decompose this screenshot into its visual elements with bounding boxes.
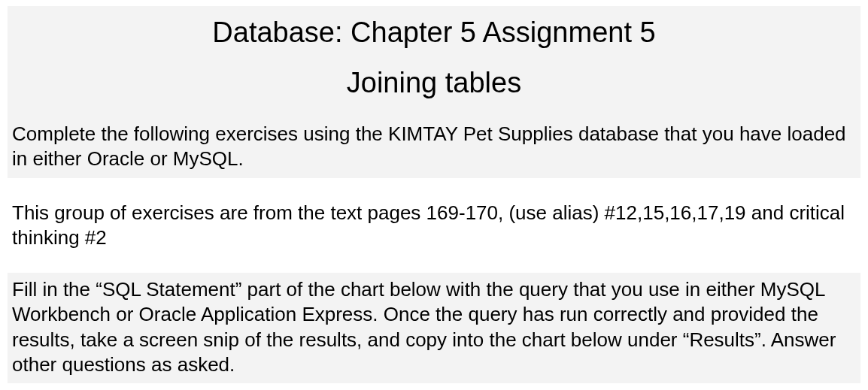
page-subtitle: Joining tables [12,62,856,113]
intro-block: Complete the following exercises using t… [8,117,860,178]
page-title: Database: Chapter 5 Assignment 5 [12,9,856,62]
paragraph-exercises: This group of exercises are from the tex… [8,199,860,252]
spacer [8,178,860,199]
paragraph-intro: Complete the following exercises using t… [12,120,856,174]
header-block: Database: Chapter 5 Assignment 5 Joining… [8,6,860,117]
document-page: Database: Chapter 5 Assignment 5 Joining… [0,0,868,389]
paragraph-instructions: Fill in the “SQL Statement” part of the … [12,276,856,379]
instructions-block: Fill in the “SQL Statement” part of the … [8,273,860,383]
spacer [8,252,860,273]
